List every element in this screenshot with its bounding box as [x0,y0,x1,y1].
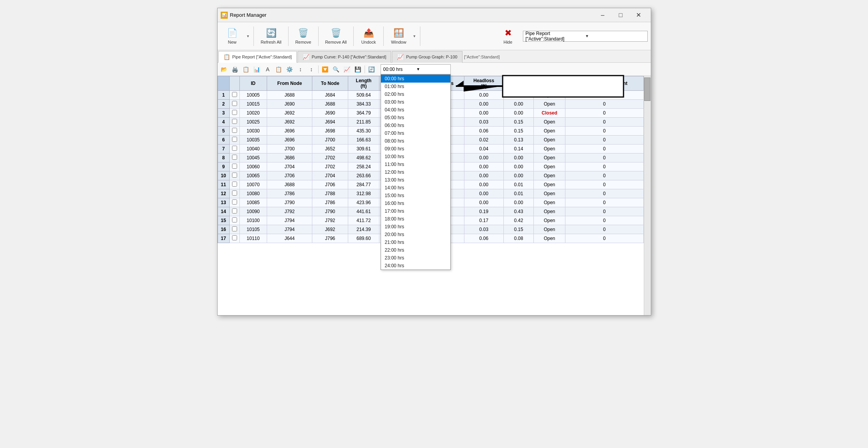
time-option-14[interactable]: 14:00 hrs [381,184,450,192]
row-checkbox-cell[interactable] [229,234,239,243]
row-checkbox-cell[interactable] [229,153,239,162]
row-checkbox-cell[interactable] [229,198,239,207]
sub-filter-btn[interactable]: 🔽 [320,64,330,74]
time-option-4[interactable]: 04:00 hrs [381,106,450,114]
report-dropdown[interactable]: Pipe Report ["Active":Standard] ▼ [523,31,648,42]
refresh-all-button[interactable]: 🔄 Refresh All [257,25,285,48]
time-dropdown-button[interactable]: 00:00 hrs ▼ [381,64,451,74]
remove-button[interactable]: 🗑️ Remove [292,25,315,48]
sub-chart-btn[interactable]: 📊 [252,64,262,74]
sub-copy-btn[interactable]: 📋 [274,64,284,74]
col-header-flowreversal[interactable]: Flow Reversal Count [565,76,643,91]
close-button[interactable]: ✕ [630,9,648,21]
row-checkbox-cell[interactable] [229,171,239,180]
row-checkbox[interactable] [232,128,237,133]
tab-pump-group[interactable]: 📈 Pump Group Graph: P-100 [392,51,462,63]
row-checkbox[interactable] [232,137,237,142]
col-header-id[interactable]: ID [239,76,267,91]
row-checkbox[interactable] [232,155,237,160]
sub-open-btn[interactable]: 📂 [219,64,229,74]
hide-button[interactable]: ✖ Hide [496,25,520,48]
maximize-button[interactable]: □ [612,9,630,21]
row-checkbox[interactable] [232,173,237,178]
row-checkbox[interactable] [232,182,237,187]
row-checkbox[interactable] [232,164,237,169]
row-checkbox-cell[interactable] [229,109,239,118]
time-option-2[interactable]: 02:00 hrs [381,90,450,98]
row-checkbox-cell[interactable] [229,225,239,234]
row-checkbox-cell[interactable] [229,162,239,171]
col-header-length[interactable]: Length(ft) [348,76,379,91]
row-checkbox[interactable] [232,92,237,97]
time-option-24[interactable]: 24:00 hrs [381,262,450,270]
row-checkbox-cell[interactable] [229,118,239,127]
window-dropdown-arrow[interactable]: ▼ [412,25,417,48]
row-checkbox-cell[interactable] [229,145,239,153]
row-checkbox[interactable] [232,217,237,222]
row-checkbox[interactable] [232,119,237,124]
time-option-22[interactable]: 22:00 hrs [381,246,450,254]
row-checkbox-cell[interactable] [229,216,239,225]
row-checkbox[interactable] [232,226,237,231]
time-option-6[interactable]: 06:00 hrs [381,122,450,129]
row-checkbox[interactable] [232,190,237,196]
time-option-9[interactable]: 09:00 hrs [381,145,450,153]
time-option-21[interactable]: 21:00 hrs [381,238,450,246]
row-checkbox-cell[interactable] [229,207,239,216]
sub-export-btn[interactable]: 💾 [353,64,363,74]
new-dropdown-arrow[interactable]: ▼ [246,25,251,48]
time-option-23[interactable]: 23:00 hrs [381,254,450,262]
sub-text-btn[interactable]: A [263,64,273,74]
time-option-8[interactable]: 08:00 hrs [381,137,450,145]
time-option-16[interactable]: 16:00 hrs [381,199,450,207]
row-checkbox[interactable] [232,235,237,240]
vertical-scrollbar[interactable] [644,76,651,316]
time-option-13[interactable]: 13:00 hrs [381,176,450,184]
row-checkbox-cell[interactable] [229,136,239,145]
col-header-fromnode[interactable]: From Node [267,76,312,91]
undock-button[interactable]: 📤 Undock [357,25,380,48]
time-option-19[interactable]: 19:00 hrs [381,223,450,231]
remove-all-button[interactable]: 🗑️ Remove All [322,25,351,48]
scroll-thumb[interactable] [644,78,650,101]
minimize-button[interactable]: – [594,9,612,21]
tab-pump-curve[interactable]: 📈 Pump Curve: P-140 ["Active":Standard] [298,51,391,63]
row-checkbox-cell[interactable] [229,100,239,109]
row-checkbox[interactable] [232,208,237,213]
time-option-5[interactable]: 05:00 hrs [381,114,450,122]
row-checkbox-cell[interactable] [229,180,239,189]
tab-pipe-report[interactable]: 📋 Pipe Report ["Active":Standard] [218,51,297,63]
col-header-per1000[interactable]: /1000(ft/k-ft) [503,76,534,91]
time-option-18[interactable]: 18:00 hrs [381,215,450,223]
col-header-status[interactable]: Status [534,76,565,91]
row-checkbox-cell[interactable] [229,91,239,100]
time-option-10[interactable]: 10:00 hrs [381,153,450,161]
time-option-7[interactable]: 07:00 hrs [381,129,450,137]
time-option-3[interactable]: 03:00 hrs [381,98,450,106]
new-button[interactable]: 📄 New [221,25,244,48]
sub-sort2-btn[interactable]: ↕️ [306,64,317,74]
time-option-15[interactable]: 15:00 hrs [381,192,450,199]
sub-graph-btn[interactable]: 📈 [342,64,352,74]
time-option-11[interactable]: 11:00 hrs [381,161,450,168]
sub-refresh-btn[interactable]: 🔄 [367,64,377,74]
time-option-12[interactable]: 12:00 hrs [381,168,450,176]
sub-search-btn[interactable]: 🔍 [331,64,341,74]
window-button[interactable]: 🪟 Window [387,25,410,48]
time-option-0[interactable]: 00:00 hrs [381,75,450,83]
row-checkbox[interactable] [232,146,237,151]
sub-table-btn[interactable]: 📋 [241,64,251,74]
row-checkbox[interactable] [232,199,237,205]
row-checkbox-cell[interactable] [229,189,239,198]
row-checkbox[interactable] [232,101,237,106]
sub-sort-btn[interactable]: ↕️ [296,64,306,74]
col-header-headloss[interactable]: Headloss(ft) [464,76,503,91]
time-option-1[interactable]: 01:00 hrs [381,83,450,90]
time-option-17[interactable]: 17:00 hrs [381,207,450,215]
time-option-20[interactable]: 20:00 hrs [381,231,450,238]
col-header-tonode[interactable]: To Node [312,76,348,91]
sub-settings-btn[interactable]: ⚙️ [285,64,295,74]
sub-print-btn[interactable]: 🖨️ [230,64,240,74]
row-checkbox[interactable] [232,110,237,115]
row-checkbox-cell[interactable] [229,127,239,136]
